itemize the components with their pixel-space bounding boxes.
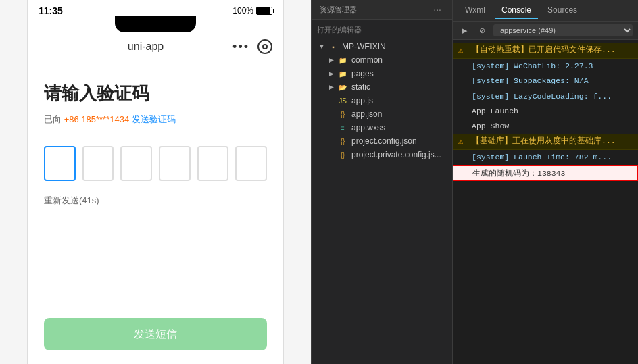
log-text: App Launch [472,105,633,117]
wxss-icon: ≡ [337,123,348,132]
code-box-6[interactable] [235,146,267,181]
item-label: project.config.json [351,136,417,146]
console-panel: Wxml Console Sources ▶ ⊘ appservice (#49… [453,0,638,364]
folder-blue-icon: 📂 [337,82,348,92]
nav-circle-btn[interactable] [257,39,272,54]
phone-simulator: 11:35 100% uni-app ••• 请输入验证码 [0,0,311,364]
item-label: static [351,82,370,92]
console-toolbar: ▶ ⊘ appservice (#49) [453,22,638,40]
nav-dots-icon[interactable]: ••• [232,40,249,54]
status-right: 100% [232,6,272,16]
log-text: [system] LazyCodeLoading: f... [472,90,633,102]
log-line-subpackages: [system] Subpackages: N/A [453,74,638,88]
nav-bar: uni-app ••• [28,32,283,61]
tab-sources[interactable]: Sources [541,3,584,19]
project-folder-icon: ▪ [328,42,339,51]
battery-fill [257,7,270,14]
tree-item-projectprivate[interactable]: {} project.private.config.js... [312,148,452,161]
project-root[interactable]: ▼ ▪ MP-WEIXIN [312,40,452,53]
console-tabs: Wxml Console Sources [453,0,638,22]
tab-console[interactable]: Console [495,3,538,19]
item-label: common [351,55,383,65]
code-inputs [44,146,267,181]
item-label: app.wxss [351,123,385,132]
log-line-lazy: [system] LazyCodeLoading: f... [453,89,638,104]
folder-icon: 📁 [337,69,348,78]
open-editors-label: 打开的编辑器 [312,22,452,38]
code-box-2[interactable] [82,146,114,181]
send-sms-button[interactable]: 发送短信 [44,318,267,350]
log-line-baselib: ⚠ 【基础库】正在使用灰度中的基础库... [453,134,638,150]
log-text: [system] Launch Time: 782 m... [472,151,633,163]
project-label: MP-WEIXIN [342,42,386,51]
status-time: 11:35 [39,5,63,16]
log-line-applaunch: App Launch [453,104,638,119]
verify-subtitle: 已向 +86 185****1434 发送验证码 [44,113,267,126]
block-icon[interactable]: ⊘ [476,24,488,36]
tree-item-pages[interactable]: ▶ 📁 pages [312,67,452,80]
tree-item-appjson[interactable]: {} app.json [312,107,452,121]
code-box-1[interactable] [44,146,76,181]
battery-icon [256,7,272,15]
spacer [326,109,336,119]
log-text: App Show [472,120,633,132]
appservice-select[interactable]: appservice (#49) [493,24,633,36]
spacer [326,136,336,146]
spacer [326,150,336,159]
folder-icon: 📁 [337,55,348,65]
tree-item-common[interactable]: ▶ 📁 common [312,53,452,67]
warn-icon: ⚠ [458,45,469,57]
item-label: pages [351,69,374,78]
tree-item-appwxss[interactable]: ≡ app.wxss [312,121,452,134]
project-arrow-icon: ▼ [317,42,326,51]
arrow-icon: ▶ [326,55,336,65]
log-text: 【自动热重载】已开启代码文件保存... [472,44,633,55]
log-line-appshow: App Show [453,119,638,134]
phone-content: 请输入验证码 已向 +86 185****1434 发送验证码 重新发送(41s… [28,61,283,318]
nav-circle-inner [262,44,268,49]
nav-icons: ••• [232,39,272,54]
file-tree: 资源管理器 ··· 打开的编辑器 ▼ ▪ MP-WEIXIN ▶ 📁 commo… [311,0,453,364]
warn-icon: ⚠ [458,136,469,148]
log-text: 生成的随机码为：138343 [472,167,632,179]
spacer [326,123,336,132]
json-icon: {} [337,150,348,159]
tab-wxml[interactable]: Wxml [458,3,492,19]
tree-item-appjs[interactable]: JS app.js [312,94,452,107]
log-line-launchtime: [system] Launch Time: 782 m... [453,150,638,165]
log-text: [system] WeChatLib: 2.27.3 [472,60,633,72]
file-tree-header: 资源管理器 ··· [312,0,452,20]
phone-frame: 11:35 100% uni-app ••• 请输入验证码 [27,0,284,364]
json-icon: {} [337,109,348,119]
phone-bottom: 发送短信 [28,318,283,364]
log-line-autoreload: ⚠ 【自动热重载】已开启代码文件保存... [453,43,638,59]
tree-item-static[interactable]: ▶ 📂 static [312,80,452,94]
subtitle-prefix: 已向 [44,114,62,124]
js-icon: JS [337,96,348,105]
log-text: 【基础库】正在使用灰度中的基础库... [472,135,633,147]
json-icon: {} [337,136,348,146]
log-line-randomcode: 生成的随机码为：138343 [453,165,638,181]
code-box-5[interactable] [197,146,229,181]
file-tree-title: 资源管理器 [320,5,357,15]
subtitle-suffix: 发送验证码 [132,114,176,124]
resend-text[interactable]: 重新发送(41s) [44,194,267,207]
item-label: project.private.config.js... [351,150,441,159]
file-tree-menu[interactable]: ··· [431,4,444,15]
subtitle-phone: +86 185****1434 [64,114,132,124]
console-content: ⚠ 【自动热重载】已开启代码文件保存... [system] WeChatLib… [453,40,638,364]
log-text: [system] Subpackages: N/A [472,75,633,86]
log-line-wechatlib: [system] WeChatLib: 2.27.3 [453,59,638,74]
nav-title: uni-app [128,41,164,53]
phone-notch [115,16,196,32]
tree-item-projectconfig[interactable]: {} project.config.json [312,134,452,148]
item-label: app.json [351,109,382,119]
play-icon[interactable]: ▶ [458,24,470,36]
battery-percent: 100% [232,6,253,16]
file-tree-content: 打开的编辑器 ▼ ▪ MP-WEIXIN ▶ 📁 common ▶ 📁 page… [312,20,452,364]
open-editors-text: 打开的编辑器 [317,26,362,34]
code-box-3[interactable] [120,146,152,181]
arrow-icon: ▶ [326,82,336,92]
arrow-icon: ▶ [326,69,336,78]
code-box-4[interactable] [159,146,191,181]
